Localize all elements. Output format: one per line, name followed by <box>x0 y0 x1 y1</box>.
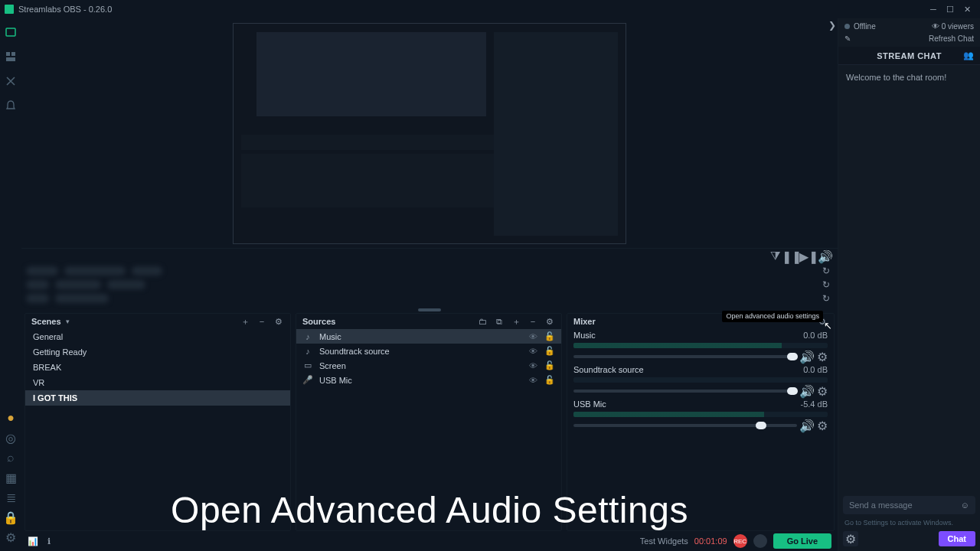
preview-area[interactable]: ❯ <box>21 18 838 248</box>
lock-icon[interactable]: 🔓 <box>544 331 555 341</box>
mixer-settings-icon[interactable]: ⚙ <box>817 316 828 327</box>
preview-canvas[interactable] <box>233 23 626 244</box>
lock-icon[interactable]: 🔓 <box>544 346 555 356</box>
scene-item[interactable]: Getting Ready <box>25 344 290 360</box>
channel-name: Soundtrack source <box>573 365 803 374</box>
chat-messages: Welcome to the chat room! <box>838 65 980 496</box>
nav-grid-icon[interactable]: ▦ <box>5 471 17 484</box>
nav-tools-icon[interactable] <box>5 75 17 87</box>
audio-meter <box>573 377 828 383</box>
channel-settings-icon[interactable]: ⚙ <box>817 420 828 431</box>
remove-source-icon[interactable]: − <box>528 316 538 327</box>
channel-settings-icon[interactable]: ⚙ <box>817 386 828 396</box>
app-logo <box>5 5 14 14</box>
chat-input[interactable]: Send a message ☺ <box>843 496 975 514</box>
scene-settings-icon[interactable]: ⚙ <box>273 316 284 327</box>
stats-icon[interactable]: 📊 <box>28 536 38 546</box>
expand-icon[interactable]: ❯ <box>828 20 836 31</box>
lock-icon[interactable]: 🔓 <box>544 360 555 370</box>
source-type-icon: 🎤 <box>302 375 313 385</box>
test-widgets-button[interactable]: Test Widgets <box>640 536 688 546</box>
record-button[interactable]: REC <box>733 534 747 548</box>
refresh-chat-button[interactable]: ✎ Refresh Chat <box>838 34 980 44</box>
sources-panel: Sources 🗀 ⧉ ＋ − ⚙ ♪Music👁🔓♪Soundtrack so… <box>296 313 562 531</box>
mute-icon[interactable]: 🔊 <box>802 420 812 431</box>
volume-slider[interactable] <box>573 355 797 358</box>
info-icon[interactable]: ℹ <box>47 536 51 546</box>
add-source-icon[interactable]: ＋ <box>511 316 521 327</box>
chat-settings-icon[interactable]: ⚙ <box>843 531 858 546</box>
nav-target-icon[interactable]: ◎ <box>5 432 17 444</box>
svg-rect-1 <box>6 52 10 56</box>
svg-rect-2 <box>11 52 15 56</box>
add-scene-icon[interactable]: ＋ <box>240 316 250 327</box>
nav-db-icon[interactable]: ≣ <box>5 491 17 504</box>
scene-item[interactable]: I GOT THIS <box>25 390 290 406</box>
titlebar: Streamlabs OBS - 0.26.0 ─ ☐ ✕ <box>0 0 980 18</box>
mute-icon[interactable]: 🔊 <box>802 351 812 362</box>
channel-settings-icon[interactable]: ⚙ <box>817 351 828 362</box>
scene-item[interactable]: VR <box>25 375 290 390</box>
users-icon[interactable]: 👥 <box>963 51 975 60</box>
visibility-icon[interactable]: 👁 <box>529 332 540 341</box>
mixer-channel: Soundtrack source0.0 dB🔊⚙ <box>573 365 828 396</box>
source-item[interactable]: 🎤USB Mic👁🔓 <box>296 373 561 387</box>
go-live-button[interactable]: Go Live <box>773 533 831 549</box>
chat-send-button[interactable]: Chat <box>939 531 975 546</box>
source-settings-icon[interactable]: ⚙ <box>544 316 555 327</box>
chevron-down-icon[interactable]: ▾ <box>66 318 70 325</box>
mute-icon[interactable]: 🔊 <box>802 386 812 396</box>
channel-db: 0.0 dB <box>803 331 828 340</box>
stream-toggle[interactable] <box>753 534 767 548</box>
next-icon[interactable]: ▶❚ <box>802 250 815 262</box>
sources-title: Sources <box>302 317 335 326</box>
source-item[interactable]: ♪Music👁🔓 <box>296 329 561 344</box>
volume-slider[interactable] <box>573 390 797 393</box>
nav-editor-icon[interactable] <box>5 26 17 38</box>
mixer-title: Mixer <box>573 317 596 326</box>
nav-notify-icon[interactable] <box>5 99 17 112</box>
pause-icon[interactable]: ❚❚ <box>786 250 798 262</box>
volume-slider[interactable] <box>573 424 797 427</box>
nav-search-icon[interactable]: ⌕ <box>5 452 17 464</box>
channel-name: Music <box>573 331 803 340</box>
visibility-icon[interactable]: 👁 <box>529 376 540 385</box>
record-timer: 00:01:09 <box>694 536 727 546</box>
mixer-panel: Mixer ⚙ Open advanced audio settings ↖ M… <box>567 313 835 531</box>
channel-name: USB Mic <box>573 399 801 409</box>
window-maximize[interactable]: ☐ <box>942 2 959 16</box>
source-label: USB Mic <box>319 376 352 385</box>
refresh-icon[interactable]: ↻ <box>822 279 830 290</box>
remove-scene-icon[interactable]: − <box>256 316 267 327</box>
source-item[interactable]: ▭Screen👁🔓 <box>296 358 561 373</box>
duplicate-icon[interactable]: ⧉ <box>494 316 505 327</box>
audio-meter <box>573 412 828 417</box>
refresh-icon[interactable]: ↻ <box>822 293 830 304</box>
nav-gear-icon[interactable]: ⚙ <box>5 531 17 543</box>
volume-icon[interactable]: 🔊 <box>819 250 831 262</box>
scenes-title: Scenes <box>31 317 61 326</box>
source-item[interactable]: ♪Soundtrack source👁🔓 <box>296 344 561 358</box>
lock-icon[interactable]: 🔓 <box>544 375 555 385</box>
visibility-icon[interactable]: 👁 <box>529 347 540 356</box>
panel-drag-handle[interactable] <box>418 308 441 311</box>
scene-item[interactable]: BREAK <box>25 360 290 375</box>
nav-layout-icon[interactable] <box>5 51 17 63</box>
folder-icon[interactable]: 🗀 <box>477 316 488 327</box>
status-bar: 📊 ℹ Test Widgets 00:01:09 REC Go Live <box>21 531 838 551</box>
edit-icon[interactable]: ✎ <box>844 34 851 43</box>
window-minimize[interactable]: ─ <box>925 2 942 16</box>
scene-item[interactable]: General <box>25 329 290 344</box>
viewer-count: 👁0 viewers <box>932 22 974 31</box>
visibility-icon[interactable]: 👁 <box>529 361 540 370</box>
source-label: Soundtrack source <box>319 347 390 356</box>
window-close[interactable]: ✕ <box>959 2 975 16</box>
filter-icon[interactable]: ⧩ <box>769 250 781 262</box>
status-dot <box>844 24 850 29</box>
channel-db: -5.4 dB <box>801 399 828 409</box>
chat-header: STREAM CHAT 👥 <box>838 47 980 65</box>
nav-lock-icon[interactable]: 🔒 <box>5 511 17 523</box>
nav-dot-icon[interactable]: ● <box>5 412 17 424</box>
emoji-icon[interactable]: ☺ <box>961 500 969 510</box>
refresh-icon[interactable]: ↻ <box>822 266 830 276</box>
